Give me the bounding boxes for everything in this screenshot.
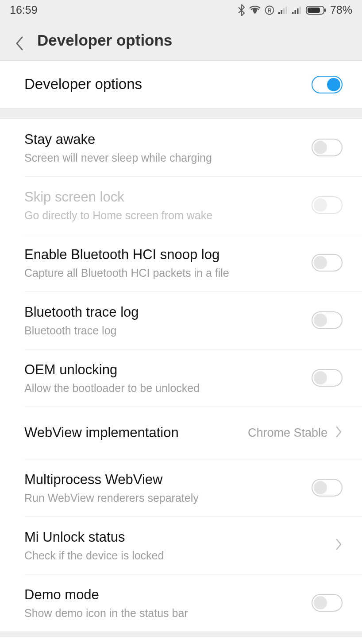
status-time: 16:59: [10, 4, 38, 16]
subtitle-mi-unlock-status: Check if the device is locked: [24, 548, 335, 563]
subtitle-bluetooth-trace-log: Bluetooth trace log: [24, 323, 312, 338]
section-divider: [0, 632, 362, 637]
subtitle-stay-awake: Screen will never sleep while charging: [24, 151, 312, 165]
signal2-icon: [292, 6, 302, 14]
status-bar: 16:59 R 78%: [0, 0, 362, 20]
svg-rect-9: [299, 7, 301, 14]
toggle-oem-unlocking[interactable]: [312, 369, 343, 387]
svg-text:R: R: [268, 7, 272, 13]
setting-row-bluetooth-trace-log[interactable]: Bluetooth trace logBluetooth trace log: [0, 291, 362, 349]
setting-row-webview-implementation[interactable]: WebView implementationChrome Stable: [0, 407, 362, 459]
title-demo-mode: Demo mode: [24, 586, 312, 604]
value-webview-implementation: Chrome Stable: [248, 426, 327, 440]
setting-row-skip-screen-lock[interactable]: Skip screen lockGo directly to Home scre…: [0, 176, 362, 234]
title-enable-bluetooth-hci-snoop-log: Enable Bluetooth HCI snoop log: [24, 245, 312, 264]
toggle-enable-bluetooth-hci-snoop-log[interactable]: [312, 254, 343, 272]
page-title: Developer options: [37, 31, 172, 49]
svg-rect-3: [281, 10, 282, 14]
wifi-icon: [249, 6, 261, 15]
svg-rect-4: [283, 8, 285, 14]
svg-rect-7: [294, 10, 296, 14]
battery-percentage: 78%: [330, 4, 352, 16]
svg-rect-8: [297, 8, 299, 14]
chevron-right-icon: [335, 426, 343, 440]
setting-row-mi-unlock-status[interactable]: Mi Unlock statusCheck if the device is l…: [0, 516, 362, 574]
title-skip-screen-lock: Skip screen lock: [24, 188, 312, 206]
subtitle-multiprocess-webview: Run WebView renderers separately: [24, 491, 312, 505]
svg-rect-11: [308, 8, 320, 13]
title-stay-awake: Stay awake: [24, 130, 312, 149]
svg-rect-6: [292, 12, 294, 14]
settings-list: Stay awakeScreen will never sleep while …: [0, 119, 362, 632]
developer-options-master-row[interactable]: Developer options: [0, 61, 362, 108]
developer-options-master-toggle[interactable]: [312, 76, 343, 93]
signal1-icon: [278, 6, 288, 14]
developer-options-master-label: Developer options: [24, 74, 312, 94]
svg-rect-2: [278, 12, 280, 14]
setting-row-oem-unlocking[interactable]: OEM unlockingAllow the bootloader to be …: [0, 349, 362, 407]
section-header-row: DEBUGGING: [0, 637, 362, 644]
subtitle-demo-mode: Show demo icon in the status bar: [24, 606, 312, 621]
section-divider: [0, 108, 362, 119]
setting-row-demo-mode[interactable]: Demo modeShow demo icon in the status ba…: [0, 574, 362, 632]
header-bar: Developer options: [0, 20, 362, 61]
toggle-multiprocess-webview[interactable]: [312, 479, 343, 497]
toggle-skip-screen-lock[interactable]: [312, 196, 343, 214]
back-icon[interactable]: [15, 35, 25, 45]
title-multiprocess-webview: Multiprocess WebView: [24, 470, 312, 489]
toggle-bluetooth-trace-log[interactable]: [312, 311, 343, 329]
svg-rect-5: [285, 7, 287, 14]
chevron-right-icon: [335, 538, 343, 552]
toggle-demo-mode[interactable]: [312, 594, 343, 612]
title-mi-unlock-status: Mi Unlock status: [24, 528, 335, 547]
title-bluetooth-trace-log: Bluetooth trace log: [24, 303, 312, 322]
setting-row-stay-awake[interactable]: Stay awakeScreen will never sleep while …: [0, 119, 362, 176]
setting-row-enable-bluetooth-hci-snoop-log[interactable]: Enable Bluetooth HCI snoop logCapture al…: [0, 234, 362, 291]
status-icons: R 78%: [238, 4, 352, 16]
setting-row-multiprocess-webview[interactable]: Multiprocess WebViewRun WebView renderer…: [0, 459, 362, 516]
subtitle-enable-bluetooth-hci-snoop-log: Capture all Bluetooth HCI packets in a f…: [24, 266, 312, 280]
title-oem-unlocking: OEM unlocking: [24, 361, 312, 379]
toggle-stay-awake[interactable]: [312, 139, 343, 156]
svg-rect-12: [324, 8, 326, 12]
r-circle-icon: R: [265, 5, 274, 15]
subtitle-oem-unlocking: Allow the bootloader to be unlocked: [24, 381, 312, 396]
subtitle-skip-screen-lock: Go directly to Home screen from wake: [24, 208, 312, 223]
title-webview-implementation: WebView implementation: [24, 423, 248, 442]
bluetooth-icon: [238, 4, 245, 16]
battery-icon: [306, 6, 326, 15]
